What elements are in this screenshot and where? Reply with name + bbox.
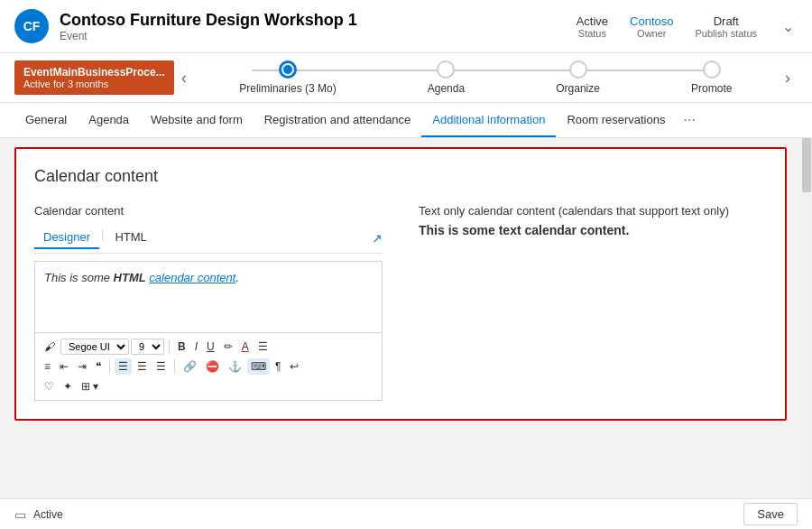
editor-tabs: Designer | HTML ↗	[34, 227, 383, 254]
stage-label-organize: Organize	[556, 82, 600, 95]
main-content: Calendar content Calendar content Design…	[0, 138, 812, 498]
show-blocks-button[interactable]: ¶	[272, 358, 284, 375]
editor-content-link[interactable]: calendar content	[149, 271, 235, 284]
tab-website-form[interactable]: Website and form	[140, 104, 254, 137]
stage-circle-agenda	[437, 60, 455, 79]
card-right-column: Text only calendar content (calendars th…	[419, 204, 767, 401]
header-left: CF Contoso Furniture Design Workshop 1 E…	[14, 9, 357, 43]
process-badge: EventMainBusinessProce... Active for 3 m…	[14, 60, 174, 95]
tab-more-button[interactable]: ···	[676, 103, 702, 137]
status-icon: ▭	[14, 507, 26, 522]
status-label: Status	[578, 28, 606, 39]
align-right-button[interactable]: ☰	[152, 358, 170, 375]
tab-registration[interactable]: Registration and attendance	[254, 104, 422, 137]
font-family-select[interactable]: Segoe UI	[60, 339, 129, 355]
card-title: Calendar content	[34, 167, 767, 186]
editor-tab-separator: |	[99, 227, 106, 249]
highlight-button[interactable]: ✏	[220, 339, 236, 355]
status-meta: Active Status	[577, 14, 608, 39]
insert-table-button[interactable]: ⊞ ▾	[78, 378, 102, 394]
tabs-bar: General Agenda Website and form Registra…	[0, 103, 812, 138]
owner-label: Owner	[637, 28, 666, 39]
rich-text-editor[interactable]: This is some HTML calendar content.	[34, 261, 383, 333]
bold-button[interactable]: B	[174, 339, 189, 355]
stage-organize[interactable]: Organize	[556, 60, 600, 95]
right-section-label: Text only calendar content (calendars th…	[419, 204, 767, 218]
save-button[interactable]: Save	[743, 503, 798, 525]
rte-toolbar: 🖌 Segoe UI 9 B I U ✏ A ☰	[34, 333, 383, 401]
decrease-indent-button[interactable]: ⇤	[56, 358, 72, 375]
blockquote-button[interactable]: ❝	[92, 358, 105, 375]
owner-meta: Contoso Owner	[630, 14, 673, 39]
toolbar-row-3: ♡ ✦ ⊞ ▾	[41, 376, 376, 396]
stage-label-preliminaries: Preliminaries (3 Mo)	[239, 82, 336, 95]
editor-tab-designer[interactable]: Designer	[34, 227, 99, 249]
stage-label-agenda: Agenda	[428, 82, 465, 95]
unlink-button[interactable]: ⛔	[202, 358, 223, 375]
status-text: Active	[33, 508, 63, 521]
tab-room-reservations[interactable]: Room reservations	[556, 104, 676, 137]
format-brush-button[interactable]: 🖌	[41, 339, 59, 355]
header-meta: Active Status Contoso Owner Draft Publis…	[577, 14, 757, 39]
publish-label: Publish status	[696, 28, 757, 39]
font-color-button[interactable]: A	[238, 339, 253, 355]
status-left: ▭ Active	[14, 507, 63, 522]
status-bar: ▭ Active Save	[0, 498, 812, 529]
process-badge-title: EventMainBusinessProce...	[23, 66, 165, 79]
header-chevron-button[interactable]: ⌄	[779, 14, 798, 39]
subscript-button[interactable]: ✦	[60, 378, 76, 394]
editor-content-text: This is some HTML calendar content.	[44, 271, 239, 284]
stages-prev-button[interactable]: ‹	[174, 65, 194, 91]
toolbar-row-1: 🖌 Segoe UI 9 B I U ✏ A ☰	[41, 337, 376, 357]
stages-next-button[interactable]: ›	[778, 65, 798, 91]
undo-button[interactable]: ↩	[286, 358, 302, 375]
editor-tab-group: Designer | HTML	[34, 227, 156, 249]
clean-format-button[interactable]: ⌨	[247, 358, 270, 375]
status-value: Active	[577, 14, 608, 28]
right-section-value: This is some text calendar content.	[419, 223, 767, 237]
tab-additional-information[interactable]: Additional information	[421, 104, 556, 137]
stage-preliminaries[interactable]: Preliminaries (3 Mo)	[239, 60, 336, 95]
owner-value: Contoso	[630, 14, 673, 28]
align-left-button[interactable]: ☰	[115, 358, 132, 375]
italic-button[interactable]: I	[191, 339, 201, 355]
editor-tab-html[interactable]: HTML	[106, 227, 155, 249]
event-title: Contoso Furniture Design Workshop 1	[60, 11, 357, 30]
toolbar-sep-1	[169, 339, 170, 354]
toolbar-sep-2	[109, 359, 110, 374]
scrollbar-track[interactable]	[801, 138, 812, 498]
more-format-button[interactable]: ☰	[254, 339, 272, 355]
heart-button[interactable]: ♡	[41, 378, 58, 394]
unordered-list-button[interactable]: ≡	[41, 358, 54, 375]
tab-agenda[interactable]: Agenda	[78, 104, 140, 137]
align-center-button[interactable]: ☰	[134, 358, 151, 375]
stage-promote[interactable]: Promote	[691, 60, 732, 95]
event-subtitle: Event	[60, 30, 357, 42]
increase-indent-button[interactable]: ⇥	[74, 358, 90, 375]
expand-icon[interactable]: ↗	[372, 231, 383, 246]
process-badge-sub: Active for 3 months	[23, 79, 165, 89]
calendar-content-card: Calendar content Calendar content Design…	[14, 147, 787, 421]
font-size-select[interactable]: 9	[131, 339, 164, 355]
card-left-column: Calendar content Designer | HTML ↗ This …	[34, 204, 383, 401]
underline-button[interactable]: U	[203, 339, 218, 355]
stage-circle-promote	[703, 60, 721, 79]
left-section-label: Calendar content	[34, 204, 383, 218]
insert-anchor-button[interactable]: ⚓	[225, 358, 245, 375]
stage-circle-organize	[569, 60, 587, 79]
publish-value: Draft	[714, 14, 739, 28]
stage-circle-preliminaries	[279, 60, 297, 79]
stage-agenda[interactable]: Agenda	[428, 60, 465, 95]
avatar: CF	[14, 9, 49, 43]
header-title: Contoso Furniture Design Workshop 1 Even…	[60, 11, 357, 42]
progress-bar: EventMainBusinessProce... Active for 3 m…	[0, 53, 812, 103]
insert-link-button[interactable]: 🔗	[180, 358, 200, 375]
stage-label-promote: Promote	[691, 82, 732, 95]
app-header: CF Contoso Furniture Design Workshop 1 E…	[0, 0, 812, 53]
stages-container: Preliminaries (3 Mo) Agenda Organize Pro…	[194, 60, 778, 95]
toolbar-sep-3	[174, 359, 175, 374]
publish-meta: Draft Publish status	[696, 14, 757, 39]
tab-general[interactable]: General	[14, 104, 78, 137]
toolbar-row-2: ≡ ⇤ ⇥ ❝ ☰ ☰ ☰ 🔗 ⛔ ⚓ ⌨ ¶ ↩	[41, 357, 376, 376]
scrollbar-thumb[interactable]	[802, 138, 811, 192]
